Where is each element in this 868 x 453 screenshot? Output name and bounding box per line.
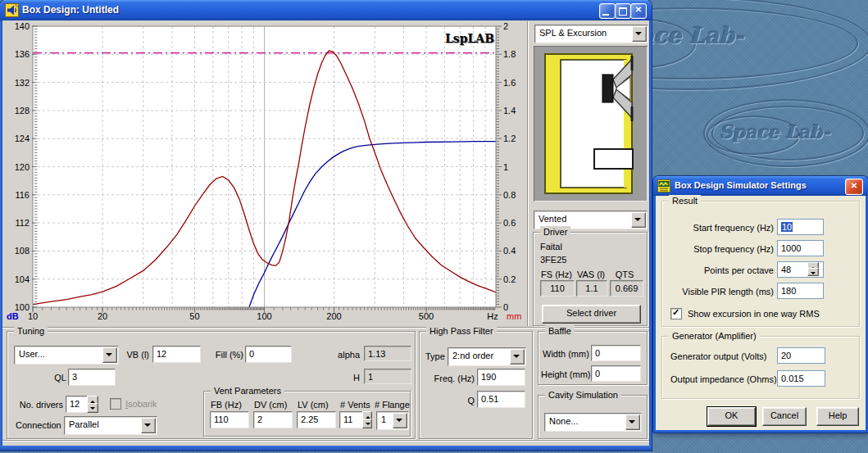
enclosure-drawing-panel xyxy=(534,46,648,202)
spin-down-icon[interactable] xyxy=(807,268,819,277)
svg-text:0.6: 0.6 xyxy=(503,218,516,228)
svg-text:Hz: Hz xyxy=(487,311,498,321)
ql-label: QL xyxy=(24,373,66,383)
dialog-icon xyxy=(657,179,670,193)
dialog-body: Result Start frequency (Hz) 10 Stop freq… xyxy=(656,196,866,430)
svg-text:116: 116 xyxy=(15,190,30,200)
screen: Space Lab- Space Lab- Box Design: Untitl… xyxy=(0,0,868,453)
stop-frequency-label: Stop frequency (Hz) xyxy=(667,244,774,255)
chevron-down-icon[interactable] xyxy=(393,413,407,428)
desktop-logo-text: Space Lab- xyxy=(720,121,830,143)
hpf-freq-label: Freq. (Hz) xyxy=(428,374,475,384)
hpf-type-value: 2:nd order xyxy=(452,351,493,361)
h-value: 1 xyxy=(364,369,411,384)
vents-input[interactable]: 11 xyxy=(339,411,364,428)
qts-value: 0.669 xyxy=(610,280,643,297)
connection-dropdown[interactable]: Parallel xyxy=(64,416,157,435)
select-driver-button[interactable]: Select driver xyxy=(542,305,641,324)
close-icon: ✕ xyxy=(631,5,646,14)
svg-text:140: 140 xyxy=(15,21,30,31)
fill-label: Fill (%) xyxy=(196,350,243,360)
spin-down-icon[interactable] xyxy=(87,403,98,414)
svg-text:LspLAB: LspLAB xyxy=(445,32,494,45)
enclosure-cross-section xyxy=(534,46,648,202)
divider xyxy=(527,21,529,326)
ok-button[interactable]: OK xyxy=(707,407,756,426)
vent-parameters-group: Vent Parameters FB (Hz) DV (cm) LV (cm) … xyxy=(203,391,411,437)
hpf-type-label: Type xyxy=(425,351,445,362)
chevron-down-icon[interactable] xyxy=(625,414,640,430)
vb-input[interactable]: 12 xyxy=(152,346,201,363)
dialog-close-button[interactable]: ✕ xyxy=(845,179,863,195)
qts-label: QTS xyxy=(608,270,641,280)
spin-down-icon[interactable] xyxy=(362,419,372,429)
alpha-value: 1.13 xyxy=(364,346,411,361)
show-excursion-label: Show excursion in one way RMS xyxy=(688,309,820,319)
svg-text:112: 112 xyxy=(15,218,30,228)
tuning-group-label: Tuning xyxy=(14,325,48,337)
connection-value: Parallel xyxy=(69,419,99,430)
no-drivers-spinner[interactable] xyxy=(87,396,98,413)
chevron-down-icon[interactable] xyxy=(631,212,646,228)
close-button[interactable]: ✕ xyxy=(630,3,647,19)
start-frequency-input[interactable]: 10 xyxy=(777,219,824,235)
maximize-icon xyxy=(619,7,627,16)
fs-label: FS (Hz) xyxy=(539,270,575,280)
cavity-value: None... xyxy=(549,416,578,427)
pir-length-input[interactable]: 180 xyxy=(777,283,824,299)
baffle-height-input[interactable]: 0 xyxy=(591,365,641,382)
points-per-octave-spinner[interactable] xyxy=(807,262,819,276)
generator-group-label: Generator (Amplifier) xyxy=(669,330,760,342)
svg-text:0.4: 0.4 xyxy=(503,246,516,256)
dv-input[interactable]: 2 xyxy=(253,411,293,428)
fill-input[interactable]: 0 xyxy=(245,346,292,363)
dialog-title: Box Design Simulator Settings xyxy=(675,180,807,190)
no-drivers-input[interactable]: 12 xyxy=(66,396,89,413)
generator-output-input[interactable]: 20 xyxy=(777,347,825,364)
selected-text: 10 xyxy=(781,222,793,232)
svg-text:2: 2 xyxy=(503,21,508,31)
view-selector-dropdown[interactable]: SPL & Excursion xyxy=(534,25,648,43)
chevron-down-icon[interactable] xyxy=(510,349,525,365)
svg-text:500: 500 xyxy=(419,311,434,321)
chevron-down-icon[interactable] xyxy=(141,418,156,433)
svg-text:104: 104 xyxy=(15,274,30,284)
minimize-button[interactable] xyxy=(599,3,616,19)
minimize-icon xyxy=(602,14,609,16)
flange-dropdown[interactable]: 1 xyxy=(376,411,409,430)
divider xyxy=(2,440,649,442)
window-border xyxy=(0,446,652,451)
svg-text:108: 108 xyxy=(15,246,30,256)
ql-input[interactable]: 3 xyxy=(68,369,116,386)
hpf-type-dropdown[interactable]: 2:nd order xyxy=(448,347,526,366)
chart-canvas: 10010410811211612012412813213614000.20.4… xyxy=(5,21,529,326)
baffle-group: Baffle Width (mm) 0 Height (mm) 0 xyxy=(538,331,648,385)
main-titlebar[interactable]: Box Design: Untitled ✕ xyxy=(0,0,652,20)
hpf-group-label: High Pass Filter xyxy=(426,325,497,337)
settings-dialog: Box Design Simulator Settings ✕ Result S… xyxy=(653,176,868,433)
isobarik-label: Isobarik xyxy=(125,399,157,410)
chevron-down-icon[interactable] xyxy=(632,26,647,42)
vents-spinner[interactable] xyxy=(362,411,372,428)
svg-text:10: 10 xyxy=(28,311,38,321)
fb-input[interactable]: 110 xyxy=(210,411,249,428)
window-border xyxy=(0,20,2,451)
output-impedance-input[interactable]: 0.015 xyxy=(777,370,825,387)
hpf-q-input[interactable]: 0.51 xyxy=(477,391,525,408)
pir-length-label: Visible PIR length (ms) xyxy=(667,287,774,297)
baffle-width-input[interactable]: 0 xyxy=(591,345,641,361)
hpf-freq-input[interactable]: 190 xyxy=(477,369,525,386)
lv-input[interactable]: 2.25 xyxy=(297,411,336,428)
dialog-titlebar[interactable]: Box Design Simulator Settings ✕ xyxy=(653,176,868,196)
maximize-button[interactable] xyxy=(615,3,631,19)
show-excursion-checkbox[interactable] xyxy=(670,308,682,319)
cavity-dropdown[interactable]: None... xyxy=(544,413,642,432)
h-label: H xyxy=(339,373,360,383)
isobarik-checkbox[interactable] xyxy=(110,398,121,410)
stop-frequency-input[interactable]: 1000 xyxy=(777,240,824,256)
help-button[interactable]: Help xyxy=(816,407,859,426)
points-per-octave-label: Points per octave xyxy=(667,265,774,276)
cancel-button[interactable]: Cancel xyxy=(762,407,807,426)
baffle-width-label: Width (mm) xyxy=(543,349,589,360)
driver-brand: Faital xyxy=(540,242,562,252)
